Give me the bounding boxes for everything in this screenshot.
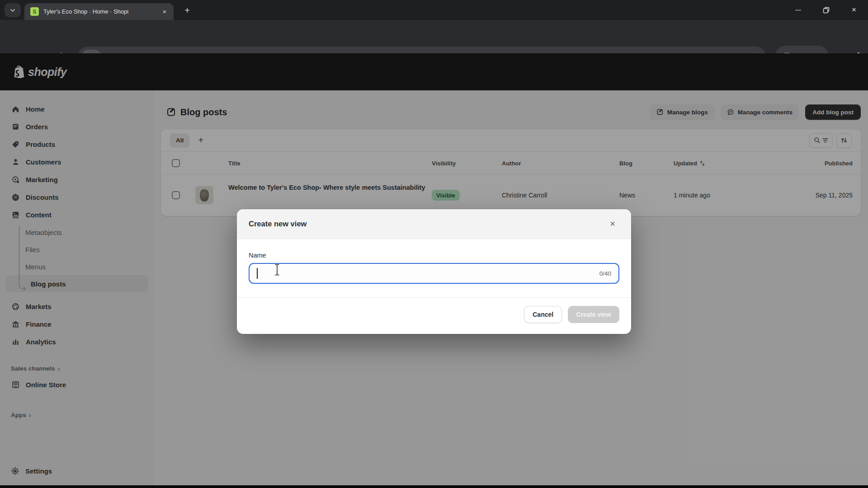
view-name-input[interactable]: 0/40 bbox=[249, 263, 619, 284]
modal-footer: Cancel Create view bbox=[237, 297, 631, 334]
window-minimize-button[interactable] bbox=[784, 0, 812, 20]
modal-title: Create new view bbox=[249, 220, 307, 228]
ibeam-cursor bbox=[274, 263, 281, 276]
chevron-down-icon bbox=[9, 7, 16, 14]
modal-close-button[interactable]: × bbox=[606, 217, 619, 231]
create-view-modal: Create new view × Name 0/40 Cancel Creat… bbox=[237, 209, 631, 334]
char-counter: 0/40 bbox=[599, 270, 611, 277]
browser-toolbar: admin.shopify.com/store/jy63jq-dc/conten… bbox=[0, 20, 868, 53]
name-field-label: Name bbox=[249, 252, 619, 259]
screen: S Tyler's Eco Shop · Home · Shopi × + × bbox=[0, 0, 868, 488]
browser-tabstrip: S Tyler's Eco Shop · Home · Shopi × + × bbox=[0, 0, 868, 20]
window-controls: × bbox=[784, 0, 868, 20]
minimize-icon bbox=[795, 10, 801, 10]
window-restore-button[interactable] bbox=[812, 0, 840, 20]
text-caret bbox=[257, 268, 258, 279]
modal-body: Name 0/40 bbox=[237, 239, 631, 297]
new-tab-button[interactable]: + bbox=[181, 4, 193, 17]
modal-header: Create new view × bbox=[237, 209, 631, 239]
shopify-favicon-icon: S bbox=[30, 7, 39, 16]
browser-tab[interactable]: S Tyler's Eco Shop · Home · Shopi × bbox=[24, 3, 174, 20]
restore-icon bbox=[823, 7, 830, 14]
tab-search-button[interactable] bbox=[5, 3, 21, 17]
tab-title: Tyler's Eco Shop · Home · Shopi bbox=[43, 8, 160, 15]
create-view-button[interactable]: Create view bbox=[568, 306, 619, 323]
window-close-button[interactable]: × bbox=[840, 0, 868, 20]
tab-close-icon[interactable]: × bbox=[160, 7, 169, 16]
cancel-button[interactable]: Cancel bbox=[524, 306, 562, 323]
screen-bottom-edge bbox=[0, 485, 868, 488]
